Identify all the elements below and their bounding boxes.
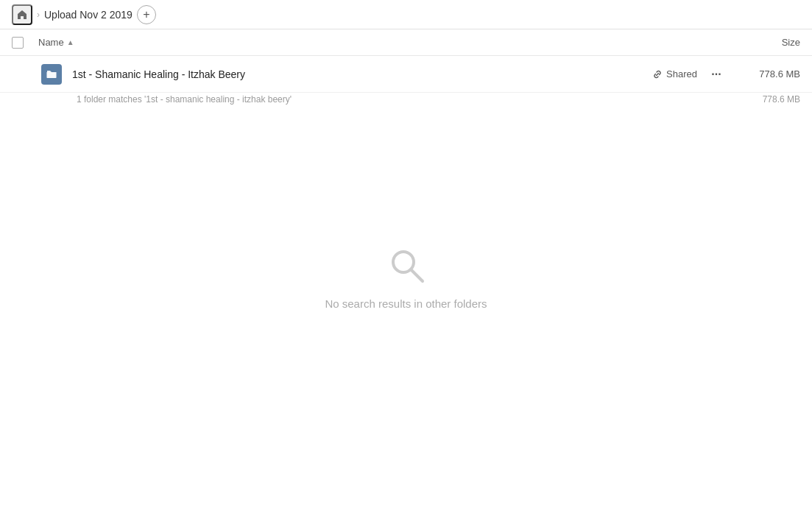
sort-arrow-icon: ▲ bbox=[67, 38, 74, 46]
select-all-col[interactable] bbox=[12, 37, 38, 49]
link-icon bbox=[652, 69, 663, 80]
file-size: 778.6 MB bbox=[727, 68, 800, 80]
breadcrumb-separator: › bbox=[37, 10, 40, 20]
match-info-row: 1 folder matches '1st - shamanic healing… bbox=[0, 93, 812, 112]
home-button[interactable] bbox=[12, 4, 32, 25]
breadcrumb-bar: › Upload Nov 2 2019 + bbox=[0, 0, 812, 29]
folder-icon bbox=[41, 64, 62, 85]
breadcrumb-folder-name[interactable]: Upload Nov 2 2019 bbox=[44, 9, 133, 21]
file-name: 1st - Shamanic Healing - Itzhak Beery bbox=[65, 68, 652, 80]
empty-state-message: No search results in other folders bbox=[325, 297, 487, 310]
shared-badge: Shared bbox=[652, 68, 697, 80]
match-info-size: 778.6 MB bbox=[727, 94, 800, 105]
file-actions: Shared ··· bbox=[652, 64, 727, 85]
empty-state: No search results in other folders bbox=[0, 244, 812, 310]
more-options-button[interactable]: ··· bbox=[706, 64, 727, 85]
name-column-header[interactable]: Name ▲ bbox=[38, 37, 727, 48]
select-all-checkbox[interactable] bbox=[12, 37, 24, 49]
svg-line-1 bbox=[411, 269, 423, 281]
column-headers: Name ▲ Size bbox=[0, 29, 812, 56]
shared-label: Shared bbox=[666, 68, 697, 80]
folder-icon-col bbox=[38, 64, 65, 85]
no-results-search-icon bbox=[386, 244, 427, 286]
home-icon bbox=[16, 9, 28, 21]
file-row[interactable]: 1st - Shamanic Healing - Itzhak Beery Sh… bbox=[0, 56, 812, 93]
size-column-header: Size bbox=[727, 37, 800, 48]
add-button[interactable]: + bbox=[137, 5, 156, 24]
match-info-text: 1 folder matches '1st - shamanic healing… bbox=[12, 94, 727, 105]
